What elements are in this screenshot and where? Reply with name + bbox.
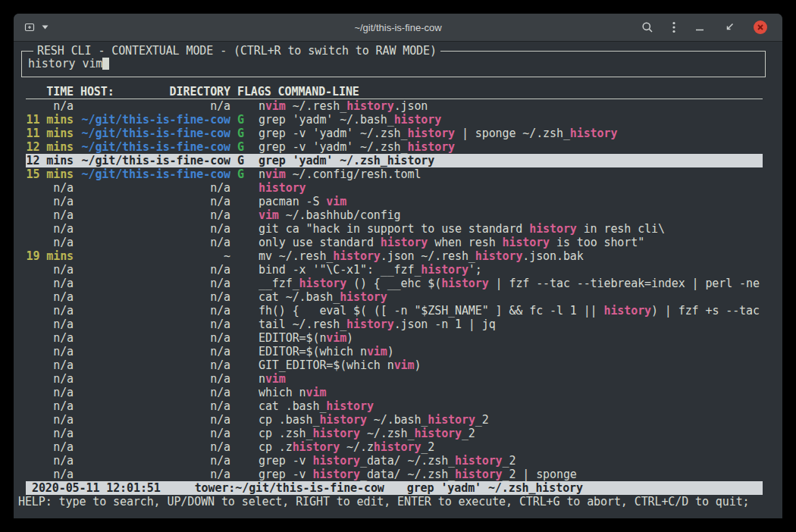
match-highlight: history — [441, 277, 489, 290]
table-row[interactable]: n/an/abind -x '"\C-x1": __fzf_history'; — [26, 263, 763, 277]
row-flags — [237, 440, 248, 454]
table-row[interactable]: n/an/a__fzf_history () { __ehc $(history… — [26, 277, 763, 290]
history-table: TIME HOST: DIRECTORY FLAGS COMMAND-LINE … — [26, 85, 763, 495]
table-row[interactable]: 12 mins~/git/this-is-fine-cowGgrep -v 'y… — [26, 140, 763, 154]
row-flags — [237, 99, 248, 113]
match-highlight: history — [326, 399, 374, 413]
table-row[interactable]: n/an/anvim ~/.resh_history.json — [26, 99, 763, 113]
history-list: n/an/anvim ~/.resh_history.json11 mins~/… — [26, 99, 763, 481]
table-row[interactable]: n/an/awhich nvim — [26, 386, 763, 399]
table-row[interactable]: n/an/aonly use standard history when res… — [26, 236, 763, 249]
table-row[interactable]: n/an/agit ca "hack in support to use sta… — [26, 222, 763, 236]
row-flags — [237, 290, 248, 304]
status-command: grep 'yadm' ~/.zsh_history — [407, 481, 583, 495]
row-host-directory: n/a — [80, 263, 230, 277]
row-flags: G — [237, 140, 248, 154]
close-button[interactable] — [754, 20, 767, 34]
row-flags — [237, 318, 248, 331]
table-row[interactable]: n/an/anvim — [26, 372, 763, 386]
row-time: n/a — [26, 440, 74, 454]
new-tab-button[interactable] — [24, 21, 49, 33]
row-host-directory: n/a — [80, 345, 230, 358]
row-command: grep -v 'yadm' ~/.zsh_history — [259, 140, 763, 154]
row-host-directory: n/a — [80, 372, 230, 386]
table-row[interactable]: n/an/ahistory — [26, 181, 763, 195]
row-host-directory: n/a — [80, 236, 230, 249]
match-highlight: vim — [265, 167, 286, 181]
row-time: n/a — [26, 331, 74, 345]
table-row[interactable]: n/an/agrep -v history_data/ ~/.zsh_histo… — [26, 454, 763, 468]
restore-button[interactable] — [724, 22, 735, 33]
table-row[interactable]: n/an/acp .bash_history ~/.bash_history_2 — [26, 413, 763, 427]
row-time: n/a — [26, 99, 74, 113]
row-host-directory: ~/git/this-is-fine-cow — [80, 127, 230, 140]
row-command: cp .zhistory ~/.zhistory_2 — [259, 440, 763, 454]
menu-button[interactable] — [672, 21, 675, 33]
row-flags: G — [237, 167, 248, 181]
match-highlight: history — [312, 427, 360, 440]
row-time: n/a — [26, 427, 74, 440]
search-button[interactable] — [641, 21, 653, 33]
row-host-directory: n/a — [80, 318, 230, 331]
row-flags — [237, 468, 248, 481]
match-highlight: history — [475, 249, 523, 263]
table-row[interactable]: n/an/acat ~/.bash_history — [26, 290, 763, 304]
table-row[interactable]: 11 mins~/git/this-is-fine-cowGgrep -v 'y… — [26, 127, 763, 140]
row-time: n/a — [26, 236, 74, 249]
row-time: n/a — [26, 413, 74, 427]
row-time: n/a — [26, 468, 74, 481]
table-row[interactable]: n/an/acp .zhistory ~/.zhistory_2 — [26, 440, 763, 454]
row-command: grep -v history_data/ ~/.zsh_history_2 — [259, 454, 763, 468]
search-box: RESH CLI - CONTEXTUAL MODE - (CTRL+R to … — [21, 51, 766, 77]
match-highlight: history — [414, 427, 462, 440]
table-row[interactable]: n/an/atail ~/.resh_history.json -n 1 | j… — [26, 318, 763, 331]
table-row[interactable]: n/an/aEDITOR=$(which nvim) — [26, 345, 763, 358]
row-host-directory: n/a — [80, 468, 230, 481]
match-highlight: vim — [326, 195, 346, 208]
table-row[interactable]: n/an/acp .zsh_history ~/.zsh_history_2 — [26, 427, 763, 440]
minimize-button[interactable] — [694, 22, 705, 33]
row-command: history — [259, 181, 763, 195]
table-row[interactable]: n/an/agrep -v history_data/ ~/.zsh_histo… — [26, 468, 763, 481]
table-row[interactable]: n/an/aGIT_EDITOR=$(which nvim) — [26, 358, 763, 372]
row-flags — [237, 413, 248, 427]
match-highlight: history — [374, 440, 422, 454]
table-row[interactable]: n/an/aEDITOR=$(nvim) — [26, 331, 763, 345]
row-flags — [237, 249, 248, 263]
table-row[interactable]: n/an/apacman -S vim — [26, 195, 763, 208]
row-host-directory: n/a — [80, 331, 230, 345]
status-bar: 2020-05-11 12:01:51 tower:~/git/this-is-… — [26, 481, 763, 495]
table-row[interactable]: 15 mins~/git/this-is-fine-cowGnvim ~/.co… — [26, 167, 763, 181]
match-highlight: history — [346, 318, 394, 331]
row-host-directory: n/a — [80, 195, 230, 208]
row-host-directory: n/a — [80, 277, 230, 290]
row-host-directory: n/a — [80, 427, 230, 440]
table-row[interactable]: n/an/avim ~/.bashhub/config — [26, 208, 763, 222]
row-command: vim ~/.bashhub/config — [259, 208, 763, 222]
row-flags — [237, 263, 248, 277]
table-row[interactable]: n/an/acat .bash_history — [26, 399, 763, 413]
row-flags — [237, 236, 248, 249]
row-command: nvim — [259, 372, 763, 386]
titlebar[interactable]: ~/git/this-is-fine-cow — [14, 14, 782, 42]
match-highlight: history — [312, 468, 360, 481]
new-tab-icon — [24, 21, 36, 33]
row-flags — [237, 345, 248, 358]
match-highlight: history — [503, 236, 550, 249]
search-icon — [641, 21, 653, 33]
table-row[interactable]: n/an/afh() { eval $( ([ -n "$ZSH_NAME" ]… — [26, 304, 763, 318]
row-command: cat .bash_history — [259, 399, 763, 413]
row-host-directory: ~ — [80, 249, 230, 263]
row-command: mv ~/.resh_history.json ~/.resh_history.… — [259, 249, 763, 263]
row-command: nvim ~/.config/resh.toml — [259, 167, 763, 181]
table-row[interactable]: 19 mins~mv ~/.resh_history.json ~/.resh_… — [26, 249, 763, 263]
table-row[interactable]: 11 mins~/git/this-is-fine-cowGgrep 'yadm… — [26, 113, 763, 127]
table-row[interactable]: 12 mins~/git/this-is-fine-cowGgrep 'yadm… — [26, 154, 763, 167]
match-highlight: history — [603, 304, 651, 318]
row-time: n/a — [26, 195, 74, 208]
row-flags — [237, 427, 248, 440]
row-flags: G — [237, 127, 248, 140]
minimize-icon — [694, 22, 705, 33]
match-highlight: vim — [394, 358, 415, 372]
row-time: n/a — [26, 277, 74, 290]
